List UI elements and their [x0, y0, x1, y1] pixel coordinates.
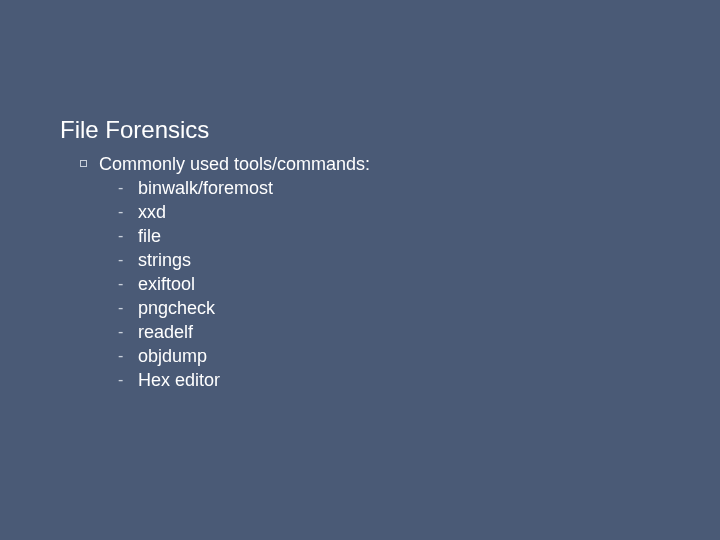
list-item-label: objdump [138, 344, 207, 368]
list-item: - binwalk/foremost [118, 176, 370, 200]
dash-icon: - [118, 296, 138, 320]
slide-title: File Forensics [60, 116, 209, 144]
dash-icon: - [118, 368, 138, 392]
list-item-label: Hex editor [138, 368, 220, 392]
list-item: - Hex editor [118, 368, 370, 392]
list-item: - readelf [118, 320, 370, 344]
list-item: - pngcheck [118, 296, 370, 320]
list-item-label: file [138, 224, 161, 248]
list-item-label: strings [138, 248, 191, 272]
list-item-label: readelf [138, 320, 193, 344]
dash-icon: - [118, 248, 138, 272]
dash-icon: - [118, 272, 138, 296]
bullet-label: Commonly used tools/commands: [99, 152, 370, 176]
dash-icon: - [118, 224, 138, 248]
list-item-label: xxd [138, 200, 166, 224]
list-item: - exiftool [118, 272, 370, 296]
list-item: - xxd [118, 200, 370, 224]
list-item: - file [118, 224, 370, 248]
dash-icon: - [118, 176, 138, 200]
bullet-item: Commonly used tools/commands: [80, 152, 370, 176]
list-item: - strings [118, 248, 370, 272]
square-bullet-icon [80, 160, 87, 167]
slide-content: Commonly used tools/commands: - binwalk/… [80, 152, 370, 392]
list-item-label: binwalk/foremost [138, 176, 273, 200]
dash-icon: - [118, 200, 138, 224]
list-item-label: exiftool [138, 272, 195, 296]
list-item: - objdump [118, 344, 370, 368]
dash-icon: - [118, 320, 138, 344]
sub-list: - binwalk/foremost - xxd - file - string… [118, 176, 370, 392]
dash-icon: - [118, 344, 138, 368]
list-item-label: pngcheck [138, 296, 215, 320]
